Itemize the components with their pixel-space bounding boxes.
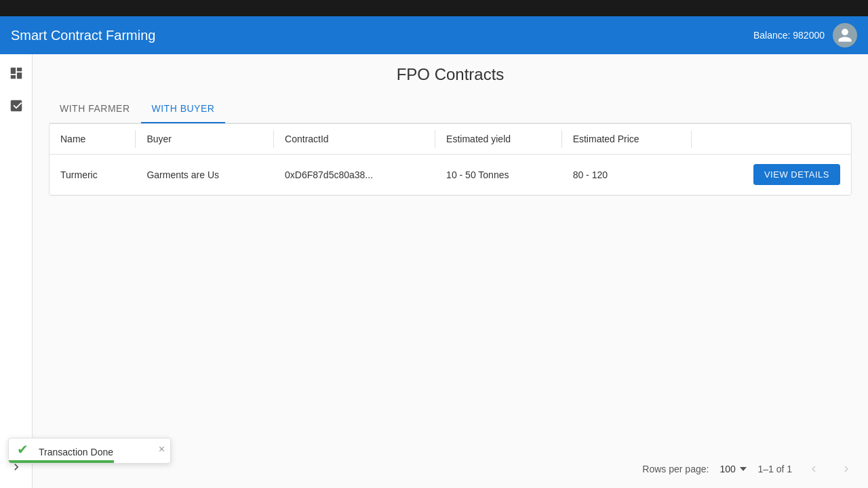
page-title: FPO Contracts xyxy=(49,65,852,84)
col-buyer: Buyer xyxy=(136,124,274,155)
balance-text: Balance: 982000 xyxy=(753,30,825,41)
cell-estimated-price: 80 - 120 xyxy=(562,155,692,195)
contracts-table: Name Buyer ContractId Estimated yield Es… xyxy=(50,124,851,195)
toast-notification: ✔ Transaction Done × xyxy=(8,438,171,464)
cell-name: Turmeric xyxy=(50,155,136,195)
toast-message: Transaction Done xyxy=(39,447,113,458)
toast-progress-bar xyxy=(9,460,114,463)
table-row: Turmeric Garments are Us 0xD6F87d5c80a38… xyxy=(50,155,851,195)
sidebar xyxy=(0,54,33,488)
cell-estimated-yield: 10 - 50 Tonnes xyxy=(435,155,562,195)
app-title: Smart Contract Farming xyxy=(11,28,155,43)
col-estimated-yield: Estimated yield xyxy=(435,124,562,155)
tab-with-buyer[interactable]: WITH BUYER xyxy=(141,95,226,123)
table-header-row: Name Buyer ContractId Estimated yield Es… xyxy=(50,124,851,155)
view-details-button[interactable]: VIEW DETAILS xyxy=(753,164,840,185)
pagination-prev[interactable] xyxy=(803,458,825,480)
col-actions xyxy=(692,124,851,155)
toast-success-icon: ✔ xyxy=(17,441,28,458)
cell-contract-id: 0xD6F87d5c80a38... xyxy=(274,155,435,195)
toast-close-button[interactable]: × xyxy=(159,444,165,455)
col-name: Name xyxy=(50,124,136,155)
cell-action: VIEW DETAILS xyxy=(692,155,851,195)
col-contract-id: ContractId xyxy=(274,124,435,155)
pagination-range: 1–1 of 1 xyxy=(757,464,792,474)
header-right: Balance: 982000 xyxy=(753,23,857,47)
contracts-table-container: Name Buyer ContractId Estimated yield Es… xyxy=(49,123,852,196)
sidebar-item-dashboard[interactable] xyxy=(3,60,30,87)
tab-with-farmer[interactable]: WITH FARMER xyxy=(49,95,141,123)
sidebar-item-contracts[interactable] xyxy=(3,92,30,119)
col-estimated-price: Estimated Price xyxy=(562,124,692,155)
header: Smart Contract Farming Balance: 982000 xyxy=(0,16,868,54)
rows-per-page-label: Rows per page: xyxy=(642,464,709,474)
tabs-container: WITH FARMER WITH BUYER xyxy=(49,95,852,123)
pagination-next[interactable] xyxy=(835,458,857,480)
pagination: Rows per page: 100 25 50 1–1 of 1 xyxy=(642,458,857,480)
avatar[interactable] xyxy=(833,23,857,47)
cell-buyer: Garments are Us xyxy=(136,155,274,195)
main-content: FPO Contracts WITH FARMER WITH BUYER Nam… xyxy=(33,54,868,488)
main-layout: FPO Contracts WITH FARMER WITH BUYER Nam… xyxy=(0,54,868,488)
top-bar xyxy=(0,0,868,16)
rows-per-page-select[interactable]: 100 25 50 xyxy=(719,464,747,474)
